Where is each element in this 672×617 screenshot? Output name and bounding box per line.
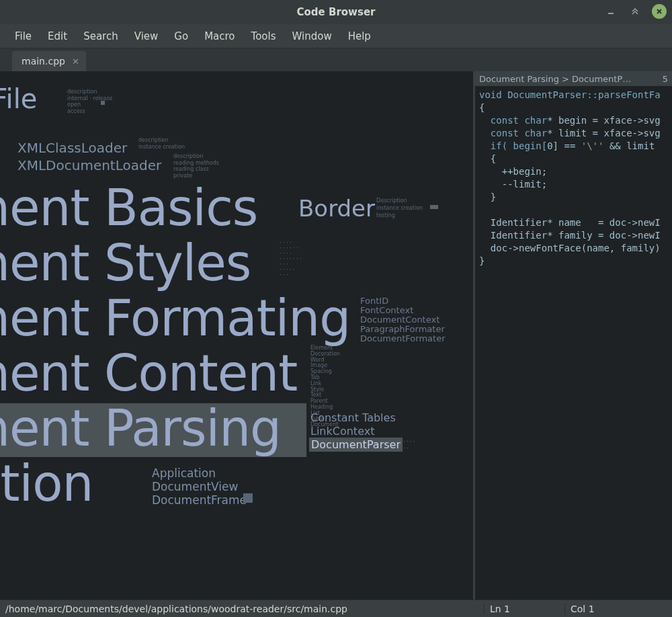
ov-xml-detail1: descriptioninstance creation xyxy=(138,137,185,150)
ov-zipfile-detail: descriptioninternal · releaseopenaccess xyxy=(67,89,113,114)
ov-styles-detail: · · · ·· · · · · ·· · · ·· · · · · · ·· … xyxy=(280,241,302,278)
code-editor[interactable]: void DocumentParser::parseFontFa { const… xyxy=(475,86,672,600)
menu-tools[interactable]: Tools xyxy=(243,26,284,46)
menu-window[interactable]: Window xyxy=(284,26,340,46)
titlebar: Code Browser xyxy=(0,0,672,24)
statusbar: /home/marc/Documents/devel/applications/… xyxy=(0,600,672,617)
menu-help[interactable]: Help xyxy=(340,26,379,46)
code-line: void DocumentParser::parseFontFa xyxy=(479,89,661,100)
ov-border-sub1: Description xyxy=(376,198,407,204)
ov-pixel-block3 xyxy=(243,493,253,503)
code-line: --limit; xyxy=(479,179,547,190)
ov-documentparser-detail: · · · ·· · xyxy=(403,439,415,452)
ov-documentparser[interactable]: DocumentParser xyxy=(309,438,403,452)
close-button[interactable] xyxy=(652,4,667,19)
ov-paragraphformater[interactable]: ParagraphFormater xyxy=(360,324,445,334)
menu-search[interactable]: Search xyxy=(75,26,126,46)
ov-pixel-block2 xyxy=(430,205,438,209)
ov-documentframe[interactable]: DocumentFrame xyxy=(152,493,247,507)
svg-rect-0 xyxy=(608,13,614,14)
menu-go[interactable]: Go xyxy=(166,26,196,46)
overview-pane[interactable]: ipFile descriptioninternal · releaseopen… xyxy=(0,71,473,600)
ov-documentparser-wrap: DocumentParser xyxy=(309,438,403,451)
ov-document-content[interactable]: ument Content xyxy=(0,344,297,402)
tabbar: main.cpp ✕ xyxy=(0,48,672,71)
ov-border-sub2: instance creation xyxy=(376,205,423,212)
ov-fontcontext[interactable]: FontContext xyxy=(360,305,413,315)
code-breadcrumb-count: 5 xyxy=(659,74,668,84)
ov-border-sub3: testing xyxy=(376,212,395,219)
code-line: const char* limit = xface->svg xyxy=(479,128,661,138)
ov-pixel-block xyxy=(101,101,105,105)
code-pane: Document Parsing > DocumentP… 5 void Doc… xyxy=(473,71,672,600)
ov-xml-class-loader[interactable]: XMLClassLoader xyxy=(17,140,127,156)
code-line: doc->newFontFace(name, family) xyxy=(479,243,661,253)
content-split: ipFile descriptioninternal · releaseopen… xyxy=(0,71,672,600)
ov-application-big[interactable]: ication xyxy=(0,454,93,512)
window-title: Code Browser xyxy=(0,6,672,18)
ov-documentview[interactable]: DocumentView xyxy=(152,480,238,493)
code-line: } xyxy=(479,192,496,202)
code-line: { xyxy=(479,153,496,164)
ov-application[interactable]: Application xyxy=(152,466,216,480)
code-line: const char* begin = xface->svg xyxy=(479,115,661,126)
ov-border[interactable]: Border xyxy=(298,195,375,222)
tab-main-cpp[interactable]: main.cpp ✕ xyxy=(12,51,86,71)
window-controls xyxy=(603,4,667,19)
ov-document-styles[interactable]: ument Styles xyxy=(0,234,251,292)
ov-documentcontext[interactable]: DocumentContext xyxy=(360,315,439,325)
code-line: } xyxy=(479,255,485,266)
code-breadcrumb: Document Parsing > DocumentP… xyxy=(479,74,659,84)
ov-zipfile[interactable]: ipFile xyxy=(0,83,37,114)
ov-constant-tables[interactable]: Constant Tables xyxy=(310,411,396,424)
ov-xml-detail2: descriptionreading methodsreading classp… xyxy=(173,153,219,179)
ov-document-formating[interactable]: ument Formating xyxy=(0,289,350,347)
status-line: Ln 1 xyxy=(484,604,564,614)
menu-macro[interactable]: Macro xyxy=(196,26,243,46)
ov-document-parsing[interactable]: ument Parsing xyxy=(0,399,281,457)
code-line: if( begin[0] == '\'' && limit xyxy=(479,140,661,151)
maximize-button[interactable] xyxy=(628,4,642,19)
ov-documentformater[interactable]: DocumentFormater xyxy=(360,333,446,343)
code-line: { xyxy=(479,102,485,113)
code-line: Identifier* family = doc->newI xyxy=(479,230,661,241)
status-column: Col 1 xyxy=(564,604,672,614)
code-line: ++begin; xyxy=(479,166,547,177)
menu-file[interactable]: File xyxy=(7,26,40,46)
status-path: /home/marc/Documents/devel/applications/… xyxy=(0,604,484,614)
overview-canvas: ipFile descriptioninternal · releaseopen… xyxy=(0,71,473,600)
tab-label: main.cpp xyxy=(22,56,65,67)
menu-edit[interactable]: Edit xyxy=(40,26,75,46)
ov-xml-document-loader[interactable]: XMLDocumentLoader xyxy=(17,157,161,173)
menubar: File Edit Search View Go Macro Tools Win… xyxy=(0,24,672,48)
menu-view[interactable]: View xyxy=(126,26,167,46)
close-tab-icon[interactable]: ✕ xyxy=(72,56,79,67)
ov-document-basics[interactable]: ument Basics xyxy=(0,179,257,237)
ov-fontid[interactable]: FontID xyxy=(360,296,388,306)
code-line: Identifier* name = doc->newI xyxy=(479,217,661,228)
minimize-button[interactable] xyxy=(603,4,618,19)
ov-linkcontext[interactable]: LinkContext xyxy=(310,425,374,438)
code-breadcrumb-bar[interactable]: Document Parsing > DocumentP… 5 xyxy=(475,71,672,86)
